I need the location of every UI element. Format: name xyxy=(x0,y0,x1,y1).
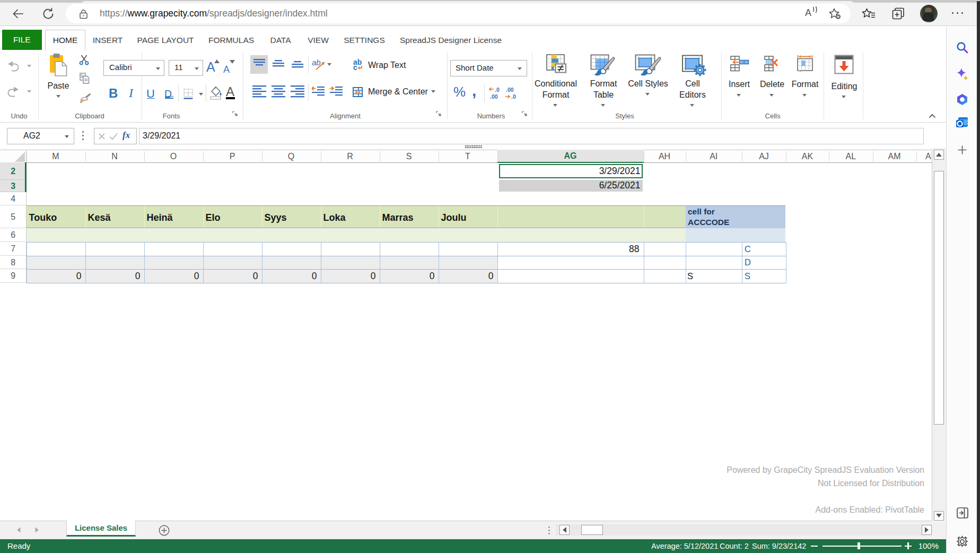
svg-text:.00: .00 xyxy=(506,87,514,93)
svg-text:c: c xyxy=(353,63,357,71)
svg-text:.0: .0 xyxy=(511,93,516,100)
svg-text:.00: .00 xyxy=(490,93,498,100)
svg-text:.0: .0 xyxy=(495,87,500,93)
svg-text:ab: ab xyxy=(312,58,321,67)
